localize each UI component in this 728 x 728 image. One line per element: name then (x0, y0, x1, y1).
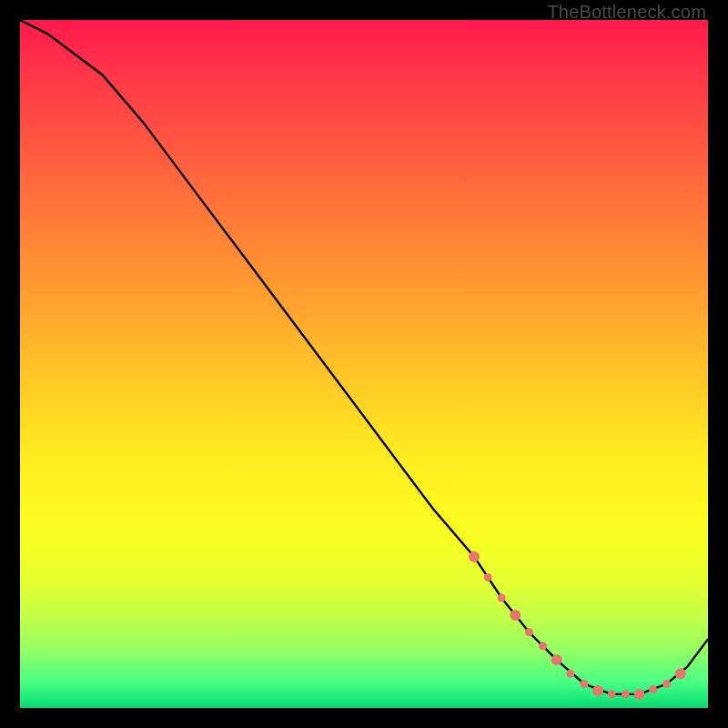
highlight-dot (510, 610, 521, 621)
curve-svg (20, 20, 708, 708)
highlight-dot (622, 690, 630, 698)
highlight-dot (539, 642, 547, 651)
highlight-dot (608, 690, 616, 698)
highlight-dot (525, 628, 533, 636)
watermark-text: TheBottleneck.com (547, 2, 706, 23)
highlight-dot (498, 594, 506, 602)
highlight-dot (469, 551, 480, 562)
highlight-dot (633, 689, 644, 700)
chart-frame: TheBottleneck.com (0, 0, 728, 728)
highlight-dot (649, 685, 657, 693)
bottleneck-curve (20, 20, 708, 694)
highlight-dot (484, 573, 492, 581)
highlight-dot (662, 680, 671, 688)
plot-area (20, 20, 708, 708)
highlight-dot (592, 685, 603, 696)
highlight-dot (566, 670, 574, 678)
highlight-dot (675, 668, 686, 679)
highlight-dot (580, 680, 588, 688)
highlight-dot (551, 654, 562, 665)
